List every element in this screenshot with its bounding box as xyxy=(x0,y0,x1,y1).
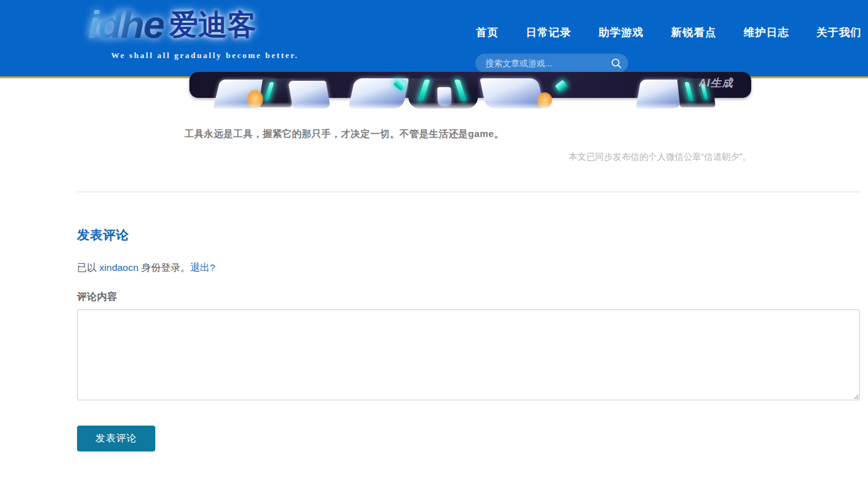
ai-generated-watermark: AI生成 xyxy=(699,76,734,90)
submit-comment-button[interactable]: 发表评论 xyxy=(77,426,155,451)
nav-item-edu-games[interactable]: 助学游戏 xyxy=(598,25,644,40)
login-status-line: 已以 xindaocn 身份登录。退出? xyxy=(77,261,860,275)
comment-textarea[interactable] xyxy=(77,309,860,400)
nav-item-maintenance-log[interactable]: 维护日志 xyxy=(744,25,789,40)
article-content: AI生成 工具永远是工具，握紧它的那只手，才决定一切。不管是生活还是game。 … xyxy=(77,78,860,451)
comment-field-label: 评论内容 xyxy=(77,290,860,304)
main-nav: 首页 日常记录 助学游戏 新锐看点 维护日志 关于我们 xyxy=(476,25,862,40)
search-box xyxy=(475,54,628,73)
site-header: idhe 爱迪客 We shall all gradually become b… xyxy=(0,0,868,78)
search-input[interactable] xyxy=(485,59,610,68)
featured-image: AI生成 xyxy=(186,78,751,109)
site-logo[interactable]: idhe 爱迪客 We shall all gradually become b… xyxy=(88,0,256,63)
nav-item-home[interactable]: 首页 xyxy=(476,25,499,40)
nav-item-daily-log[interactable]: 日常记录 xyxy=(526,25,571,40)
login-prefix: 已以 xyxy=(77,262,99,273)
section-divider xyxy=(77,191,860,193)
site-tagline: We shall all gradually become better. xyxy=(111,51,364,61)
login-suffix: 身份登录。 xyxy=(138,262,190,273)
image-bottom-fade xyxy=(180,102,758,111)
nav-item-fresh-views[interactable]: 新锐看点 xyxy=(671,25,716,40)
logo-latin-text: idhe xyxy=(88,0,163,49)
search-icon[interactable] xyxy=(610,57,622,69)
comment-section-heading: 发表评论 xyxy=(77,227,860,244)
logo-cjk-text: 爱迪客 xyxy=(169,0,256,49)
logout-link[interactable]: 退出? xyxy=(190,262,215,273)
nav-item-about-us[interactable]: 关于我们 xyxy=(816,25,862,40)
username-link[interactable]: xindaocn xyxy=(99,262,138,273)
wechat-sync-note: 本文已同步发布信的个人微信公章“信道朝夕”。 xyxy=(77,152,751,163)
image-caption: 工具永远是工具，握紧它的那只手，才决定一切。不管是生活还是game。 xyxy=(184,128,860,140)
